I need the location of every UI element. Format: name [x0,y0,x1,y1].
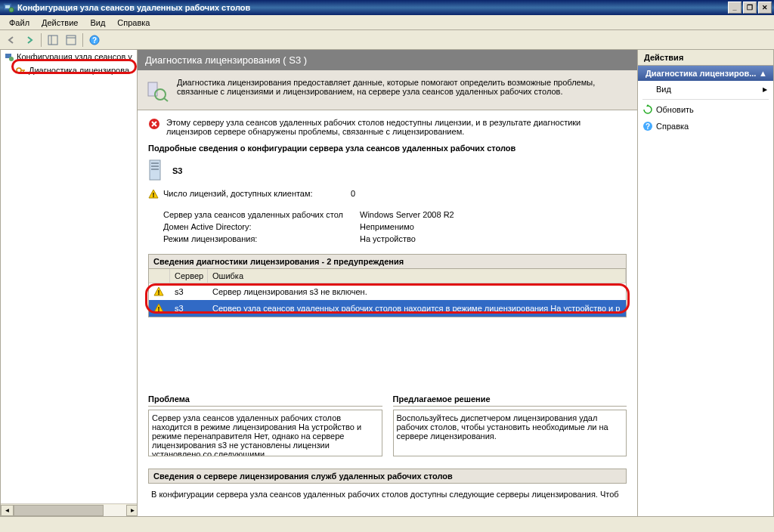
menu-view[interactable]: Вид [84,17,111,29]
problem-text[interactable] [148,410,382,456]
diag-row-1-error: Сервер узла сеансов удаленных рабочих ст… [208,302,626,314]
diag-row-1-server: s3 [170,302,208,314]
diag-th-icon[interactable] [149,269,170,283]
diag-th-error[interactable]: Ошибка [208,269,626,283]
action-refresh-label: Обновить [656,105,694,114]
svg-rect-1 [5,5,10,8]
licenses-row: ! Число лицензий, доступных клиентам: 0 [148,189,627,200]
action-help-label: Справка [656,122,689,131]
error-row: Этому серверу узла сеансов удаленных раб… [148,118,627,136]
app-icon [2,2,14,14]
kv2-value: Неприменимо [360,222,414,231]
solution-label: Предлагаемое решение [393,394,627,407]
tree-child-diagnostics[interactable]: Диагностика лицензирова [13,63,137,77]
kv3: Режим лицензирования: На устройство [163,234,627,243]
problem-box: Проблема [148,394,382,458]
layout1-button[interactable] [45,32,61,48]
content-panel: Диагностика лицензирования ( S3 ) Диагно… [138,50,638,517]
licenses-value: 0 [351,189,355,200]
menu-action[interactable]: Действие [36,17,84,29]
kv1-value: Windows Server 2008 R2 [360,210,454,219]
kv2-label: Домен Active Directory: [163,222,360,231]
svg-rect-5 [67,36,76,45]
server-config-icon [4,51,14,62]
licenses-label: Число лицензий, доступных клиентам: [163,189,351,200]
chevron-right-icon: ▶ [763,86,767,93]
collapse-icon: ▲ [759,69,767,78]
svg-rect-21 [151,169,159,170]
diagnostics-icon [145,78,169,102]
problem-label: Проблема [148,394,382,407]
content-subheader: Диагностика лицензирования предоставляет… [138,70,637,110]
window-controls: _ ❐ ✕ [728,2,772,14]
diag-thead: Сервер Ошибка [149,269,626,283]
menubar: Файл Действие Вид Справка [0,15,774,30]
bottom-header: Сведения о сервере лицензирования служб … [148,469,627,484]
close-button[interactable]: ✕ [758,2,772,14]
svg-text:?: ? [646,122,650,131]
content-body: Этому серверу узла сеансов удаленных раб… [138,110,637,516]
svg-text:!: ! [158,289,160,296]
diag-header: Сведения диагностики лицензирования - 2 … [148,254,627,269]
svg-line-16 [164,98,168,101]
svg-rect-20 [151,165,159,167]
svg-point-10 [9,57,14,61]
actions-subheader-text: Диагностика лицензиров... [646,69,756,78]
solution-box: Предлагаемое решение [393,394,627,458]
maximize-button[interactable]: ❐ [743,2,757,14]
tree-root[interactable]: Конфигурация узла сеансов у [1,50,137,63]
menu-help[interactable]: Справка [111,17,156,29]
diag-th-server[interactable]: Сервер [170,269,208,283]
kv2: Домен Active Directory: Неприменимо [163,222,627,231]
tree-scrollbar[interactable]: ◄ ► [1,503,138,516]
main-layout: Конфигурация узла сеансов у Диагностика … [0,50,774,517]
action-help[interactable]: ? Справка [638,118,773,135]
toolbar: ? [0,30,774,50]
help-icon: ? [642,121,653,131]
actions-panel: Действия Диагностика лицензиров... ▲ Вид… [638,50,774,517]
actions-header: Действия [638,50,773,66]
error-icon [148,118,160,130]
kv1-label: Сервер узла сеансов удаленных рабочих ст… [163,210,360,219]
solution-text[interactable] [393,410,627,456]
svg-rect-3 [48,36,57,45]
forward-button[interactable] [21,32,38,48]
svg-rect-19 [151,162,159,164]
diag-row-0[interactable]: ! s3 Сервер лицензирования s3 не включен… [149,283,626,300]
action-view-label: Вид [656,85,671,94]
error-text: Этому серверу узла сеансов удаленных раб… [166,118,627,136]
back-button[interactable] [3,32,20,48]
svg-text:!: ! [158,305,160,313]
kv3-value: На устройство [360,234,416,243]
action-view[interactable]: Вид ▶ [638,81,773,97]
key-icon [16,65,26,76]
diag-row-0-error: Сервер лицензирования s3 не включен. [208,286,626,298]
svg-point-11 [17,68,21,73]
server-name: S3 [172,166,182,175]
diag-row-1[interactable]: ! s3 Сервер узла сеансов удаленных рабоч… [149,300,626,317]
diag-table: Сервер Ошибка ! s3 Сервер лицензирования… [148,269,627,317]
scroll-left-button[interactable]: ◄ [1,505,14,516]
two-col: Проблема Предлагаемое решение [148,394,627,458]
minimize-button[interactable]: _ [728,2,741,14]
tree-panel: Конфигурация узла сеансов у Диагностика … [0,50,138,517]
titlebar: Конфигурация узла сеансов удаленных рабо… [0,0,774,15]
tree-root-label: Конфигурация узла сеансов у [17,52,132,61]
layout2-button[interactable] [63,32,79,48]
help-button[interactable]: ? [86,32,103,48]
svg-text:?: ? [92,36,97,45]
menu-file[interactable]: Файл [3,17,36,29]
titlebar-text: Конфигурация узла сеансов удаленных рабо… [17,3,728,12]
svg-text:!: ! [153,191,155,199]
server-icon [148,159,165,183]
kv3-label: Режим лицензирования: [163,234,360,243]
svg-rect-14 [148,82,157,96]
actions-subheader[interactable]: Диагностика лицензиров... ▲ [638,66,773,81]
server-row: S3 [148,159,627,183]
scroll-right-button[interactable]: ► [126,505,138,516]
subheader-text: Диагностика лицензирования предоставляет… [177,78,630,102]
tree-child-label: Диагностика лицензирова [29,66,129,75]
warning-icon: ! [148,189,159,200]
bottom-text: В конфигурации сервера узла сеансов удал… [148,484,627,505]
action-refresh[interactable]: Обновить [638,101,773,118]
